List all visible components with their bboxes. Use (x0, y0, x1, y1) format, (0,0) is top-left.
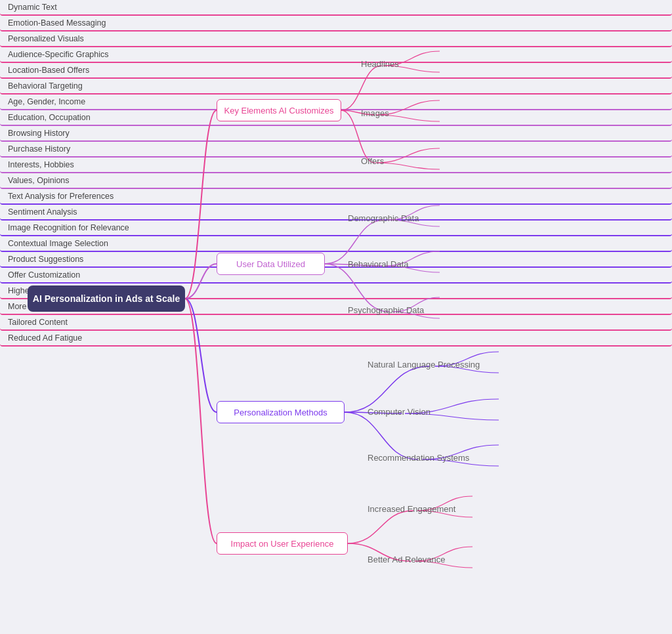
branch-box: Impact on User Experience (217, 532, 348, 555)
mindmap-container: AI Personalization in Ads at ScaleKey El… (0, 0, 672, 634)
sub-branch-label: Natural Language Processing (368, 360, 480, 370)
sub-branch-label: Increased Engagement (368, 504, 455, 514)
root-node: AI Personalization in Ads at Scale (28, 285, 185, 312)
branch-box: Key Elements AI Customizes (217, 99, 341, 121)
branch-box: Personalization Methods (217, 401, 345, 423)
sub-branch-label: Recommendation Systems (368, 453, 469, 463)
sub-branch-label: Demographic Data (348, 213, 419, 223)
branch-box: User Data Utilized (217, 253, 325, 275)
sub-branch-label: Behavioral Data (348, 259, 409, 269)
sub-branch-label: Psychographic Data (348, 305, 424, 315)
sub-branch-label: Computer Vision (368, 407, 430, 417)
sub-branch-label: Headlines (361, 59, 399, 69)
sub-branch-label: Images (361, 108, 389, 118)
sub-branch-label: Offers (361, 156, 384, 166)
sub-branch-label: Better Ad Relevance (368, 555, 446, 564)
